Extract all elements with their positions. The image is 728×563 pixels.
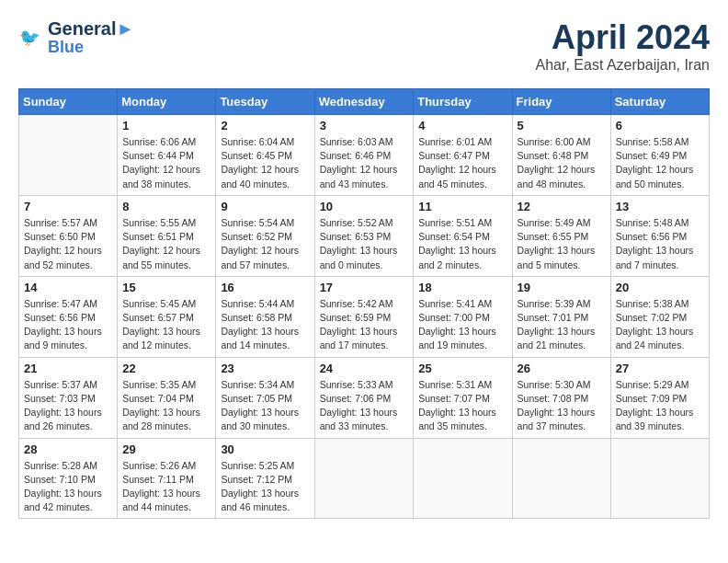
day-info: Sunrise: 5:42 AM Sunset: 6:59 PM Dayligh…	[320, 297, 409, 353]
day-info: Sunrise: 5:54 AM Sunset: 6:52 PM Dayligh…	[221, 216, 309, 272]
logo: 🐦 General► Blue	[18, 18, 134, 57]
day-number: 28	[24, 442, 112, 456]
week-row-3: 14Sunrise: 5:47 AM Sunset: 6:56 PM Dayli…	[19, 276, 710, 357]
calendar-cell: 7Sunrise: 5:57 AM Sunset: 6:50 PM Daylig…	[19, 195, 118, 276]
day-number: 12	[518, 200, 606, 213]
day-number: 11	[418, 200, 506, 213]
calendar-cell	[610, 438, 709, 519]
day-info: Sunrise: 5:30 AM Sunset: 7:08 PM Dayligh…	[518, 378, 606, 434]
calendar-cell	[512, 438, 610, 519]
calendar-cell: 11Sunrise: 5:51 AM Sunset: 6:54 PM Dayli…	[414, 195, 512, 276]
calendar-cell: 8Sunrise: 5:55 AM Sunset: 6:51 PM Daylig…	[118, 195, 216, 276]
day-info: Sunrise: 5:57 AM Sunset: 6:50 PM Dayligh…	[24, 216, 112, 272]
weekday-header-sunday: Sunday	[19, 89, 118, 115]
location-subtitle: Ahar, East Azerbaijan, Iran	[536, 57, 710, 74]
day-number: 10	[320, 200, 409, 213]
day-info: Sunrise: 6:04 AM Sunset: 6:45 PM Dayligh…	[221, 135, 309, 191]
calendar-cell	[19, 115, 118, 196]
svg-text:🐦: 🐦	[19, 27, 40, 47]
calendar-cell: 25Sunrise: 5:31 AM Sunset: 7:07 PM Dayli…	[414, 357, 512, 438]
day-number: 16	[221, 281, 309, 294]
calendar-cell: 20Sunrise: 5:38 AM Sunset: 7:02 PM Dayli…	[610, 276, 709, 357]
calendar-cell: 6Sunrise: 5:58 AM Sunset: 6:49 PM Daylig…	[610, 115, 709, 196]
day-info: Sunrise: 5:47 AM Sunset: 6:56 PM Dayligh…	[24, 297, 112, 353]
day-info: Sunrise: 5:39 AM Sunset: 7:01 PM Dayligh…	[518, 297, 606, 353]
calendar-cell: 18Sunrise: 5:41 AM Sunset: 7:00 PM Dayli…	[414, 276, 512, 357]
week-row-1: 1Sunrise: 6:06 AM Sunset: 6:44 PM Daylig…	[19, 115, 710, 196]
day-info: Sunrise: 5:44 AM Sunset: 6:58 PM Dayligh…	[221, 297, 309, 353]
day-info: Sunrise: 6:01 AM Sunset: 6:47 PM Dayligh…	[418, 135, 506, 191]
day-number: 18	[418, 281, 506, 294]
calendar-cell: 29Sunrise: 5:26 AM Sunset: 7:11 PM Dayli…	[118, 438, 216, 519]
calendar-cell: 22Sunrise: 5:35 AM Sunset: 7:04 PM Dayli…	[118, 357, 216, 438]
day-info: Sunrise: 5:25 AM Sunset: 7:12 PM Dayligh…	[221, 459, 309, 515]
day-info: Sunrise: 6:00 AM Sunset: 6:48 PM Dayligh…	[518, 135, 606, 191]
calendar-cell: 1Sunrise: 6:06 AM Sunset: 6:44 PM Daylig…	[118, 115, 216, 196]
day-number: 2	[221, 119, 309, 132]
day-number: 7	[24, 200, 112, 213]
calendar-cell: 17Sunrise: 5:42 AM Sunset: 6:59 PM Dayli…	[314, 276, 414, 357]
day-number: 1	[122, 119, 210, 132]
page-header: 🐦 General► Blue April 2024 Ahar, East Az…	[18, 18, 710, 74]
day-info: Sunrise: 5:52 AM Sunset: 6:53 PM Dayligh…	[320, 216, 409, 272]
day-number: 4	[418, 119, 506, 132]
calendar-cell: 15Sunrise: 5:45 AM Sunset: 6:57 PM Dayli…	[118, 276, 216, 357]
calendar-cell: 21Sunrise: 5:37 AM Sunset: 7:03 PM Dayli…	[19, 357, 118, 438]
day-info: Sunrise: 5:35 AM Sunset: 7:04 PM Dayligh…	[122, 378, 210, 434]
weekday-header-friday: Friday	[512, 89, 610, 115]
day-info: Sunrise: 5:26 AM Sunset: 7:11 PM Dayligh…	[122, 459, 210, 515]
week-row-5: 28Sunrise: 5:28 AM Sunset: 7:10 PM Dayli…	[19, 438, 710, 519]
calendar-cell: 5Sunrise: 6:00 AM Sunset: 6:48 PM Daylig…	[512, 115, 610, 196]
day-info: Sunrise: 5:55 AM Sunset: 6:51 PM Dayligh…	[122, 216, 210, 272]
day-number: 29	[122, 442, 210, 456]
day-number: 26	[518, 362, 606, 375]
weekday-header-monday: Monday	[118, 89, 216, 115]
day-info: Sunrise: 5:29 AM Sunset: 7:09 PM Dayligh…	[616, 378, 704, 434]
week-row-2: 7Sunrise: 5:57 AM Sunset: 6:50 PM Daylig…	[19, 195, 710, 276]
day-info: Sunrise: 6:06 AM Sunset: 6:44 PM Dayligh…	[122, 135, 210, 191]
day-info: Sunrise: 5:58 AM Sunset: 6:49 PM Dayligh…	[616, 135, 704, 191]
weekday-header-row: SundayMondayTuesdayWednesdayThursdayFrid…	[19, 89, 710, 115]
title-block: April 2024 Ahar, East Azerbaijan, Iran	[536, 18, 710, 74]
weekday-header-wednesday: Wednesday	[314, 89, 414, 115]
day-info: Sunrise: 5:49 AM Sunset: 6:55 PM Dayligh…	[518, 216, 606, 272]
day-number: 19	[518, 281, 606, 294]
calendar-cell: 16Sunrise: 5:44 AM Sunset: 6:58 PM Dayli…	[216, 276, 314, 357]
day-number: 25	[418, 362, 506, 375]
day-info: Sunrise: 5:48 AM Sunset: 6:56 PM Dayligh…	[616, 216, 704, 272]
day-info: Sunrise: 5:34 AM Sunset: 7:05 PM Dayligh…	[221, 378, 309, 434]
day-info: Sunrise: 5:51 AM Sunset: 6:54 PM Dayligh…	[418, 216, 506, 272]
calendar-cell: 2Sunrise: 6:04 AM Sunset: 6:45 PM Daylig…	[216, 115, 314, 196]
month-title: April 2024	[536, 18, 710, 57]
day-number: 14	[24, 281, 112, 294]
calendar-cell: 24Sunrise: 5:33 AM Sunset: 7:06 PM Dayli…	[314, 357, 414, 438]
calendar-cell: 28Sunrise: 5:28 AM Sunset: 7:10 PM Dayli…	[19, 438, 118, 519]
calendar-cell: 10Sunrise: 5:52 AM Sunset: 6:53 PM Dayli…	[314, 195, 414, 276]
day-info: Sunrise: 5:37 AM Sunset: 7:03 PM Dayligh…	[24, 378, 112, 434]
weekday-header-saturday: Saturday	[610, 89, 709, 115]
day-number: 17	[320, 281, 409, 294]
calendar-cell: 9Sunrise: 5:54 AM Sunset: 6:52 PM Daylig…	[216, 195, 314, 276]
day-number: 23	[221, 362, 309, 375]
weekday-header-thursday: Thursday	[414, 89, 512, 115]
day-info: Sunrise: 5:28 AM Sunset: 7:10 PM Dayligh…	[24, 459, 112, 515]
day-number: 22	[122, 362, 210, 375]
day-number: 8	[122, 200, 210, 213]
calendar-cell: 30Sunrise: 5:25 AM Sunset: 7:12 PM Dayli…	[216, 438, 314, 519]
day-number: 5	[518, 119, 606, 132]
weekday-header-tuesday: Tuesday	[216, 89, 314, 115]
day-number: 21	[24, 362, 112, 375]
day-info: Sunrise: 5:31 AM Sunset: 7:07 PM Dayligh…	[418, 378, 506, 434]
calendar-cell: 27Sunrise: 5:29 AM Sunset: 7:09 PM Dayli…	[610, 357, 709, 438]
calendar-cell: 13Sunrise: 5:48 AM Sunset: 6:56 PM Dayli…	[610, 195, 709, 276]
calendar-cell: 19Sunrise: 5:39 AM Sunset: 7:01 PM Dayli…	[512, 276, 610, 357]
calendar-cell	[414, 438, 512, 519]
day-number: 24	[320, 362, 409, 375]
day-info: Sunrise: 5:38 AM Sunset: 7:02 PM Dayligh…	[616, 297, 704, 353]
day-number: 15	[122, 281, 210, 294]
logo-icon: 🐦	[18, 25, 44, 51]
calendar-table: SundayMondayTuesdayWednesdayThursdayFrid…	[18, 88, 710, 519]
calendar-cell: 23Sunrise: 5:34 AM Sunset: 7:05 PM Dayli…	[216, 357, 314, 438]
calendar-cell	[314, 438, 414, 519]
day-info: Sunrise: 5:33 AM Sunset: 7:06 PM Dayligh…	[320, 378, 409, 434]
